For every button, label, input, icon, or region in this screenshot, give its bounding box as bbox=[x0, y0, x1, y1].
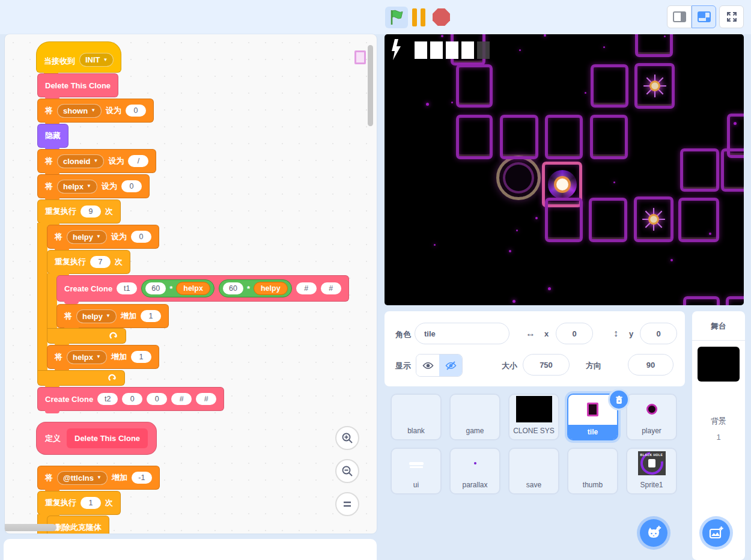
zoom-in-button[interactable] bbox=[335, 426, 359, 450]
code-workspace[interactable]: 当接收到 INIT▼ Delete This Clone 将 shown▼ 设为… bbox=[5, 34, 377, 534]
repeat-count-input[interactable]: 1 bbox=[81, 497, 101, 509]
variable-dropdown[interactable]: @ttlclns▼ bbox=[57, 471, 108, 485]
grid-tile bbox=[500, 115, 538, 159]
small-stage-layout-button[interactable] bbox=[667, 5, 692, 28]
value-input[interactable]: 0 bbox=[126, 105, 146, 117]
argument-input[interactable]: 0 bbox=[147, 393, 167, 405]
sprite-thumbnail bbox=[451, 449, 499, 478]
argument-input[interactable]: # bbox=[196, 393, 216, 405]
set-variable-block[interactable]: 将 helpx▼ 设为 0 bbox=[37, 174, 150, 198]
variable-reporter[interactable]: helpy bbox=[254, 282, 288, 295]
hide-block[interactable]: 隐藏 bbox=[37, 124, 68, 148]
sprite-item-parallax[interactable]: parallax bbox=[449, 448, 500, 495]
value-input[interactable]: 0 bbox=[121, 180, 142, 192]
when-receive-hat-block[interactable]: 当接收到 INIT▼ bbox=[36, 41, 121, 73]
sprite-item-sprite1[interactable]: BLACK HOLE Sprite1 bbox=[626, 448, 677, 495]
variable-dropdown[interactable]: helpy▼ bbox=[76, 309, 117, 323]
delete-clone-block[interactable]: 删除此克隆体 bbox=[47, 516, 109, 534]
create-clone-call-block[interactable]: Create Clone t2 0 0 # # bbox=[37, 387, 224, 411]
sprite-item-thumb[interactable]: thumb bbox=[567, 448, 618, 495]
energy-segment-full bbox=[461, 41, 474, 59]
repeat-block-header[interactable]: 重复执行 7 次 bbox=[47, 250, 130, 274]
sprite-item-ui[interactable]: ui bbox=[391, 448, 442, 495]
multiply-operator[interactable]: 60 * helpx bbox=[141, 279, 214, 297]
stop-button[interactable] bbox=[433, 8, 450, 26]
variable-dropdown[interactable]: shown▼ bbox=[57, 104, 102, 118]
value-input[interactable]: -1 bbox=[132, 472, 152, 484]
size-input[interactable] bbox=[523, 354, 570, 376]
fullscreen-icon bbox=[726, 11, 738, 23]
delete-this-clone-call-block[interactable]: Delete This Clone bbox=[37, 73, 118, 97]
set-variable-block[interactable]: 将 cloneid▼ 设为 / bbox=[37, 149, 156, 173]
value-input[interactable]: 1 bbox=[131, 351, 151, 363]
direction-input[interactable] bbox=[628, 354, 673, 376]
argument-input[interactable]: # bbox=[171, 393, 192, 405]
sprite-item-clone-sys[interactable]: CLONE SYS bbox=[508, 394, 559, 440]
fullscreen-button[interactable] bbox=[719, 5, 744, 28]
variable-dropdown[interactable]: helpy▼ bbox=[67, 230, 107, 244]
argument-input[interactable]: # bbox=[296, 282, 317, 294]
multiply-operator[interactable]: 60 * helpy bbox=[219, 279, 292, 297]
repeat-block-spine bbox=[47, 273, 57, 329]
repeat-count-input[interactable]: 9 bbox=[81, 205, 101, 218]
y-label: y bbox=[629, 329, 633, 338]
pause-button[interactable] bbox=[412, 8, 426, 27]
repeat-block-header[interactable]: 重复执行 1 次 bbox=[37, 491, 121, 515]
horizontal-scrollbar[interactable] bbox=[5, 524, 56, 531]
operand-input[interactable]: 60 bbox=[223, 282, 243, 294]
argument-input[interactable]: # bbox=[321, 282, 341, 294]
repeat-block-footer[interactable] bbox=[47, 328, 126, 344]
sprite-item-label: blank bbox=[407, 427, 425, 435]
x-position-input[interactable] bbox=[556, 323, 593, 344]
change-variable-block[interactable]: 将 helpy▼ 增加 1 bbox=[56, 304, 169, 328]
variable-reporter[interactable]: helpx bbox=[176, 282, 210, 295]
argument-input[interactable]: t2 bbox=[97, 393, 118, 405]
set-variable-block[interactable]: 将 shown▼ 设为 0 bbox=[37, 99, 154, 123]
value-input[interactable]: / bbox=[128, 155, 148, 167]
sprite-item-player[interactable]: player bbox=[626, 394, 677, 440]
define-hat-block[interactable]: 定义 Delete This Clone bbox=[36, 422, 157, 455]
change-variable-block[interactable]: 将 @ttlclns▼ 增加 -1 bbox=[37, 466, 160, 490]
repeat-count-input[interactable]: 7 bbox=[90, 256, 111, 268]
vertical-scrollbar[interactable] bbox=[368, 45, 373, 126]
create-clone-call-block[interactable]: Create Clone t1 60 * helpx 60 * helpy # … bbox=[56, 275, 349, 302]
grid-tile bbox=[545, 198, 583, 242]
glow-dot bbox=[709, 233, 711, 235]
show-button[interactable] bbox=[416, 355, 439, 376]
stage-canvas[interactable] bbox=[385, 34, 744, 305]
zoom-reset-button[interactable] bbox=[335, 492, 359, 516]
change-variable-block[interactable]: 将 helpx▼ 增加 1 bbox=[47, 345, 159, 369]
large-stage-layout-button[interactable] bbox=[692, 5, 716, 28]
variable-dropdown[interactable]: helpx▼ bbox=[67, 350, 107, 364]
value-input[interactable]: 1 bbox=[141, 310, 161, 322]
y-arrow-icon: ↕ bbox=[613, 328, 618, 339]
set-variable-block[interactable]: 将 helpy▼ 设为 0 bbox=[47, 225, 159, 249]
delete-sprite-button[interactable]: × bbox=[610, 391, 628, 409]
argument-input[interactable]: 0 bbox=[122, 393, 142, 405]
sprite-item-save[interactable]: save bbox=[508, 448, 559, 495]
repeat-block-footer[interactable] bbox=[37, 370, 125, 386]
repeat-block-header[interactable]: 重复执行 9 次 bbox=[37, 199, 121, 224]
y-position-input[interactable] bbox=[640, 323, 677, 344]
backdrop-thumbnail[interactable] bbox=[698, 347, 740, 382]
sprite-name-input[interactable] bbox=[415, 323, 509, 344]
add-sprite-cat-icon bbox=[646, 526, 661, 540]
sprite-item-game[interactable]: game bbox=[449, 394, 500, 440]
loop-arrow-icon bbox=[109, 332, 118, 341]
green-flag-button[interactable] bbox=[385, 7, 408, 28]
operand-input[interactable]: 60 bbox=[145, 282, 166, 294]
zoom-out-button[interactable] bbox=[335, 459, 359, 483]
add-sprite-button[interactable] bbox=[640, 519, 667, 547]
broadcast-dropdown[interactable]: INIT▼ bbox=[79, 53, 114, 67]
grid-tile bbox=[591, 64, 628, 108]
sprite-thumbnail bbox=[509, 395, 558, 424]
variable-dropdown[interactable]: helpx▼ bbox=[57, 180, 97, 193]
value-input[interactable]: 0 bbox=[131, 231, 151, 243]
add-backdrop-button[interactable] bbox=[702, 519, 730, 547]
sprite-item-blank[interactable]: blank bbox=[391, 394, 442, 440]
hide-button[interactable] bbox=[439, 355, 462, 376]
grid-tile bbox=[589, 198, 627, 242]
argument-input[interactable]: t1 bbox=[117, 282, 137, 294]
variable-dropdown[interactable]: cloneid▼ bbox=[57, 154, 104, 168]
sprite-thumbnail bbox=[451, 395, 499, 424]
